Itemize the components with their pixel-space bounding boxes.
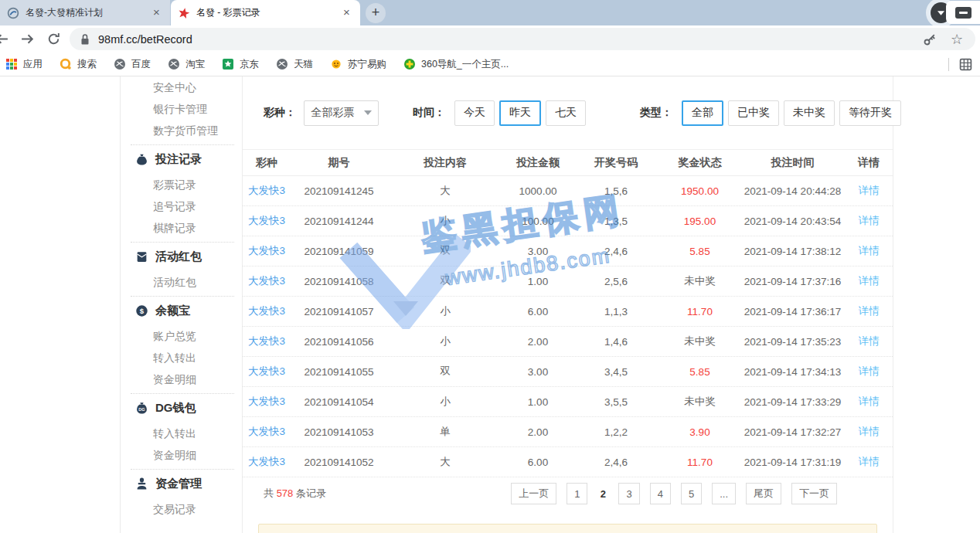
- bet-amount: 1000.00: [503, 185, 573, 197]
- sidebar-section-bet-records[interactable]: 投注记录: [121, 148, 242, 170]
- dg-bag-icon: DG: [135, 402, 148, 415]
- detail-link[interactable]: 详情: [845, 425, 893, 439]
- sidebar-item[interactable]: 活动红包: [121, 271, 242, 293]
- close-icon[interactable]: ×: [340, 6, 353, 19]
- filter-button[interactable]: 已中奖: [728, 100, 779, 126]
- minimize-window-button[interactable]: [946, 1, 980, 24]
- sidebar-item[interactable]: 安全中心: [121, 76, 242, 98]
- reload-icon[interactable]: [46, 32, 61, 46]
- pagination-button[interactable]: 3: [618, 483, 639, 504]
- forward-icon[interactable]: [20, 32, 35, 46]
- bet-amount: 6.00: [503, 457, 573, 468]
- filter-button[interactable]: 全部: [682, 100, 723, 126]
- bookmark-item[interactable]: 应用: [5, 58, 43, 71]
- records-total-count: 578: [277, 487, 294, 499]
- key-icon[interactable]: [923, 32, 937, 46]
- prize-status: 未中奖: [659, 395, 740, 409]
- sidebar-section-activity-redpacket[interactable]: 活动红包: [121, 246, 242, 267]
- close-icon[interactable]: ×: [150, 6, 163, 19]
- bookmarks-bar: 应用搜索百度淘宝京东天猫苏宁易购360导航_一个主页...: [0, 53, 980, 76]
- bookmark-apps-grid-icon[interactable]: [959, 58, 972, 71]
- page-content: 安全中心银行卡管理数字货币管理投注记录彩票记录追号记录棋牌记录活动红包活动红包$…: [0, 76, 980, 533]
- sidebar-item[interactable]: 资金明细: [121, 368, 242, 390]
- type-filter-label: 类型：: [640, 106, 672, 120]
- tab-title: 名發-大發精准计划: [26, 6, 150, 19]
- bookmark-item[interactable]: 搜索: [60, 58, 97, 71]
- tab-plan[interactable]: 名發-大發精准计划 ×: [0, 0, 170, 25]
- tab-bet-record[interactable]: 名發 - 彩票记录 ×: [171, 0, 360, 25]
- lottery-link[interactable]: 大发快3: [243, 244, 291, 258]
- address-bar[interactable]: 98mf.cc/betRecord ☆: [70, 28, 975, 50]
- bookmark-item[interactable]: 京东: [222, 58, 259, 71]
- filter-button[interactable]: 等待开奖: [839, 100, 901, 126]
- lottery-link[interactable]: 大发快3: [243, 455, 291, 469]
- detail-link[interactable]: 详情: [845, 455, 893, 469]
- detail-link[interactable]: 详情: [845, 365, 893, 379]
- bookmark-item[interactable]: 苏宁易购: [330, 58, 386, 71]
- bookmark-star-icon[interactable]: ☆: [951, 32, 965, 46]
- bookmark-item[interactable]: 360导航_一个主页...: [403, 58, 509, 71]
- filter-button[interactable]: 今天: [454, 100, 495, 126]
- lottery-link[interactable]: 大发快3: [243, 365, 291, 379]
- bookmark-item[interactable]: 百度: [114, 58, 151, 71]
- column-header: 投注时间: [740, 156, 845, 170]
- filter-button[interactable]: 未中奖: [784, 100, 835, 126]
- sidebar-item[interactable]: 彩票记录: [121, 174, 242, 195]
- detail-link[interactable]: 详情: [845, 184, 893, 198]
- detail-link[interactable]: 详情: [845, 334, 893, 348]
- lottery-link[interactable]: 大发快3: [243, 214, 291, 228]
- lottery-link[interactable]: 大发快3: [243, 304, 291, 318]
- lottery-link[interactable]: 大发快3: [243, 274, 291, 288]
- sidebar-section-yuebao[interactable]: $余额宝: [121, 300, 242, 321]
- records-total: 共 578 条记录: [264, 487, 326, 501]
- filter-button[interactable]: 昨天: [499, 100, 541, 126]
- lottery-select[interactable]: 全部彩票: [304, 100, 379, 126]
- table-row: 大发快3202109141055双3.003,4,55.852021-09-14…: [243, 357, 893, 387]
- bookmark-label: 360导航_一个主页...: [421, 58, 509, 71]
- pagination-button[interactable]: 尾页: [746, 483, 781, 504]
- sidebar-item[interactable]: 交易记录: [121, 498, 242, 520]
- sidebar-item[interactable]: 转入转出: [121, 347, 242, 368]
- bookmark-item[interactable]: 天猫: [276, 58, 313, 71]
- sidebar-item[interactable]: 资金明细: [121, 444, 242, 466]
- prize-status: 1950.00: [659, 185, 740, 197]
- bookmark-label: 搜索: [77, 58, 97, 71]
- sidebar-item[interactable]: 数字货币管理: [121, 120, 242, 141]
- sidebar-item[interactable]: 账户总览: [121, 325, 242, 347]
- pagination-button[interactable]: 5: [681, 483, 702, 504]
- detail-link[interactable]: 详情: [845, 395, 893, 409]
- sidebar-section-dg-wallet[interactable]: DGDG钱包: [121, 397, 242, 419]
- lottery-link[interactable]: 大发快3: [243, 184, 291, 198]
- detail-link[interactable]: 详情: [845, 244, 893, 258]
- sidebar-item[interactable]: 追号记录: [121, 195, 242, 217]
- detail-link[interactable]: 详情: [845, 274, 893, 288]
- sidebar-item[interactable]: 转入转出: [121, 423, 242, 444]
- moneybag-icon: [135, 153, 148, 166]
- new-tab-button[interactable]: +: [366, 3, 386, 23]
- bookmark-item[interactable]: 淘宝: [168, 58, 205, 71]
- lottery-link[interactable]: 大发快3: [243, 334, 291, 348]
- pagination-button[interactable]: 1: [567, 483, 587, 504]
- lottery-link[interactable]: 大发快3: [243, 425, 291, 439]
- sidebar-item[interactable]: 棋牌记录: [121, 217, 242, 239]
- sidebar-section-funds-manage[interactable]: 资金管理: [121, 473, 242, 494]
- pagination-button[interactable]: 4: [650, 483, 671, 504]
- bet-content: 单: [387, 425, 503, 439]
- draw-numbers: 2,5,6: [573, 276, 659, 287]
- column-header: 彩种: [243, 156, 291, 170]
- detail-link[interactable]: 详情: [845, 214, 893, 228]
- table-row: 大发快3202109141056小2.001,4,6未中奖2021-09-14 …: [243, 327, 893, 357]
- draw-numbers: 1,2,2: [573, 426, 659, 438]
- issue-number: 202109141057: [291, 306, 387, 317]
- detail-link[interactable]: 详情: [845, 304, 893, 318]
- url-text[interactable]: 98mf.cc/betRecord: [98, 33, 192, 46]
- back-icon[interactable]: [0, 32, 9, 46]
- sidebar-item[interactable]: 银行卡管理: [121, 98, 242, 120]
- pagination-button[interactable]: 下一页: [791, 483, 837, 504]
- filter-button[interactable]: 七天: [546, 100, 586, 126]
- table-row: 大发快3202109141245大1000.001,5,61950.002021…: [243, 176, 893, 206]
- lottery-link[interactable]: 大发快3: [243, 395, 291, 409]
- pagination-button[interactable]: 上一页: [511, 483, 556, 504]
- bet-amount: 2.00: [503, 426, 573, 438]
- pagination-button[interactable]: ...: [712, 483, 736, 504]
